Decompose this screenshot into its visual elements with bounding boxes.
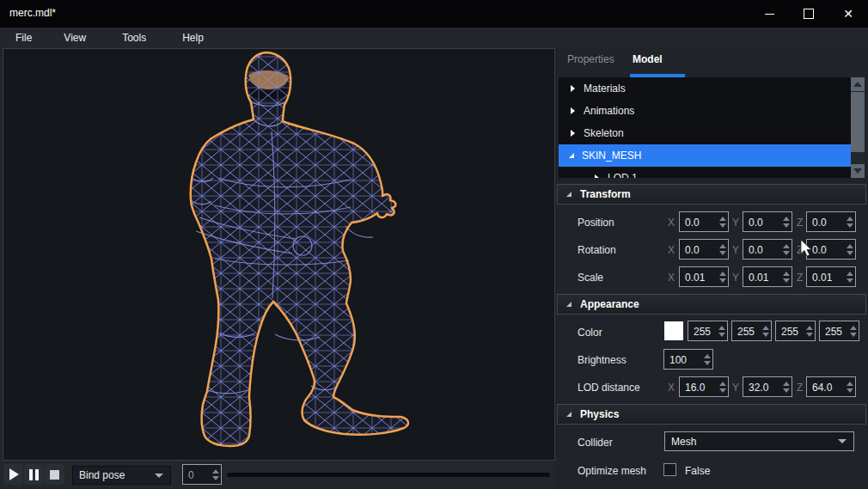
rotation-x-field[interactable]: 0.0 xyxy=(679,239,729,260)
frame-spinner[interactable]: 0 xyxy=(182,464,222,485)
rotation-y-field[interactable]: 0.0 xyxy=(743,239,792,260)
tree-item-animations[interactable]: Animations xyxy=(559,100,851,122)
expander-collapsed-icon[interactable] xyxy=(571,85,575,92)
lod-x-field[interactable]: 16.0 xyxy=(679,376,729,397)
color-r-value: 255 xyxy=(688,321,716,340)
tree-item-skin-mesh[interactable]: SKIN_MESH xyxy=(559,144,851,167)
spinner-buttons[interactable] xyxy=(844,377,855,396)
spinner-buttons[interactable] xyxy=(717,212,728,231)
axis-x-label: X xyxy=(668,244,675,256)
spin-up-icon xyxy=(719,272,726,276)
spinner-buttons[interactable] xyxy=(717,267,728,286)
wireframe-model xyxy=(191,52,408,446)
spin-up-icon xyxy=(783,244,790,248)
spinner-buttons[interactable] xyxy=(780,377,792,396)
section-title: Physics xyxy=(580,408,619,420)
menu-view[interactable]: View xyxy=(55,28,95,47)
section-header-appearance[interactable]: Appearance xyxy=(557,294,866,315)
pose-dropdown[interactable]: Bind pose xyxy=(72,466,171,485)
axis-z-label: Z xyxy=(797,244,803,256)
spin-down-icon xyxy=(783,278,790,283)
section-header-physics[interactable]: Physics xyxy=(557,404,866,425)
tab-properties[interactable]: Properties xyxy=(567,53,614,65)
stop-button[interactable] xyxy=(45,464,64,485)
scale-y-field[interactable]: 0.01 xyxy=(743,266,792,287)
lod-y-field[interactable]: 32.0 xyxy=(743,376,792,397)
close-icon: ✕ xyxy=(843,8,853,20)
scale-x-value: 0.01 xyxy=(680,267,717,286)
tree-item-materials[interactable]: Materials xyxy=(559,77,851,100)
window-controls: ✕ xyxy=(749,0,868,28)
scale-x-field[interactable]: 0.01 xyxy=(679,266,729,287)
tree-item-label: SKIN_MESH xyxy=(582,150,641,162)
spinner-buttons[interactable] xyxy=(701,350,712,369)
lod-distance-label: LOD distance xyxy=(578,382,640,394)
position-y-field[interactable]: 0.0 xyxy=(743,211,792,232)
brightness-value: 100 xyxy=(664,350,701,369)
brightness-field[interactable]: 100 xyxy=(663,349,713,370)
position-x-field[interactable]: 0.0 xyxy=(679,211,729,232)
expander-expanded-icon[interactable] xyxy=(569,153,574,158)
color-b-field[interactable]: 255 xyxy=(775,321,816,341)
expander-collapsed-icon[interactable] xyxy=(571,107,575,114)
spinner-buttons[interactable] xyxy=(716,321,727,340)
spinner-buttons[interactable] xyxy=(760,321,771,340)
color-swatch[interactable] xyxy=(664,321,683,340)
spin-up-icon xyxy=(783,272,790,276)
expander-collapsed-icon[interactable] xyxy=(571,130,575,137)
color-g-field[interactable]: 255 xyxy=(731,321,772,341)
tree-item-label: Materials xyxy=(584,83,626,95)
maximize-button[interactable] xyxy=(789,0,828,28)
spinner-buttons[interactable] xyxy=(804,321,815,340)
spin-up-icon xyxy=(704,354,711,358)
pause-button[interactable] xyxy=(24,464,44,485)
position-y-value: 0.0 xyxy=(743,212,780,231)
spinner-buttons[interactable] xyxy=(210,465,221,484)
pause-icon xyxy=(29,469,39,480)
spin-down-icon xyxy=(783,388,790,393)
spin-down-icon xyxy=(212,476,219,480)
minimize-icon xyxy=(765,14,774,15)
lod-z-field[interactable]: 64.0 xyxy=(806,376,856,397)
menu-tools[interactable]: Tools xyxy=(113,28,155,47)
menu-help[interactable]: Help xyxy=(174,28,212,47)
spinner-buttons[interactable] xyxy=(844,240,855,259)
tree-item-lod1[interactable]: LOD 1 xyxy=(559,167,851,178)
scrollbar-up-button[interactable] xyxy=(851,77,865,91)
spinner-buttons[interactable] xyxy=(780,240,792,259)
timeline-slider[interactable] xyxy=(227,473,550,477)
minimize-button[interactable] xyxy=(749,0,789,28)
position-x-value: 0.0 xyxy=(680,212,717,231)
spinner-buttons[interactable] xyxy=(844,212,855,231)
tree-scrollbar[interactable] xyxy=(851,77,865,178)
spinner-buttons[interactable] xyxy=(844,267,855,286)
position-z-field[interactable]: 0.0 xyxy=(806,211,856,232)
spinner-buttons[interactable] xyxy=(717,240,728,259)
spinner-buttons[interactable] xyxy=(780,267,792,286)
section-header-transform[interactable]: Transform xyxy=(557,184,866,205)
spin-down-icon xyxy=(783,223,790,228)
play-button[interactable] xyxy=(3,464,23,485)
color-a-field[interactable]: 255 xyxy=(819,321,859,341)
spin-down-icon xyxy=(719,251,726,255)
spinner-buttons[interactable] xyxy=(717,377,728,396)
optimize-mesh-checkbox[interactable] xyxy=(663,463,676,476)
scrollbar-thumb[interactable] xyxy=(851,92,865,152)
menu-file[interactable]: File xyxy=(7,28,40,47)
spinner-buttons[interactable] xyxy=(847,321,859,340)
close-button[interactable]: ✕ xyxy=(828,0,868,28)
axis-z-label: Z xyxy=(797,382,803,394)
spinner-buttons[interactable] xyxy=(780,212,792,231)
expander-collapsed-icon[interactable] xyxy=(595,174,599,178)
color-r-field[interactable]: 255 xyxy=(688,321,728,341)
tree-item-skeleton[interactable]: Skeleton xyxy=(559,122,851,144)
tab-model[interactable]: Model xyxy=(633,53,663,65)
rotation-z-field[interactable]: 0.0 xyxy=(806,239,856,260)
scrollbar-down-button[interactable] xyxy=(851,164,865,178)
spin-up-icon xyxy=(719,382,726,386)
scale-z-field[interactable]: 0.01 xyxy=(806,266,856,287)
collider-dropdown[interactable]: Mesh xyxy=(664,431,854,451)
axis-y-label: Y xyxy=(732,382,739,394)
optimize-mesh-label: Optimize mesh xyxy=(578,465,646,477)
viewport[interactable] xyxy=(3,48,555,461)
